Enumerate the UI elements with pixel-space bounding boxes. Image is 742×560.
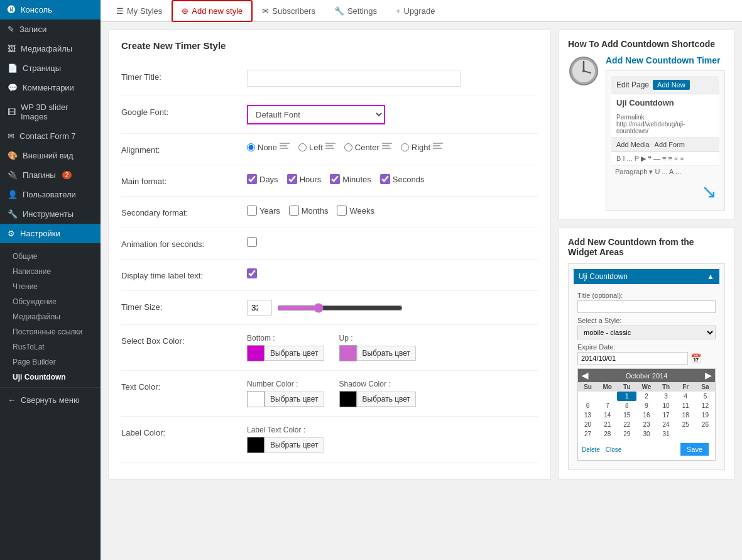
animation-checkbox[interactable] (247, 237, 257, 247)
timer-size-slider[interactable] (277, 303, 403, 313)
number-color-pick-button[interactable]: Выбрать цвет (265, 392, 324, 407)
cal-day-18[interactable]: 18 (676, 410, 696, 420)
main-format-days[interactable]: Days (247, 174, 278, 184)
add-media-label[interactable]: Add Media (616, 141, 650, 148)
cal-day-20[interactable]: 20 (578, 420, 597, 429)
cal-day-23[interactable]: 23 (636, 420, 656, 429)
secondary-format-cb-weeks[interactable] (337, 206, 347, 216)
cal-day-30[interactable]: 30 (636, 429, 656, 439)
cal-day-27[interactable]: 27 (578, 429, 597, 439)
timer-size-input[interactable] (247, 300, 272, 316)
add-form-label[interactable]: Add Form (655, 141, 685, 148)
alignment-option-left[interactable]: Left (298, 143, 336, 152)
alignment-option-none[interactable]: None (247, 143, 290, 152)
sidebar-sub-ujicountdown[interactable]: Uji Countdown (0, 370, 101, 385)
tab-addnew[interactable]: ⊕ Add new style (172, 0, 253, 22)
sidebar-sub-reading[interactable]: Чтение (0, 279, 101, 294)
alignment-radio-none[interactable] (247, 143, 255, 151)
sidebar-sub-rustolat[interactable]: RusToLat (0, 339, 101, 354)
google-font-select[interactable]: Default FontOpen SansRobotoLatoMontserra… (247, 105, 385, 124)
cal-day-31[interactable]: 31 (657, 429, 676, 439)
cal-next-button[interactable]: ▶ (705, 371, 711, 380)
main-format-cb-minutes[interactable] (330, 174, 340, 184)
bottom-color-pick-button[interactable]: Выбрать цвет (265, 346, 324, 361)
shadow-color-pick-button[interactable]: Выбрать цвет (357, 392, 417, 407)
display-label-checkbox[interactable] (247, 268, 257, 278)
cal-day-29[interactable]: 29 (617, 429, 636, 439)
sidebar-sub-media_sub[interactable]: Медиафайлы (0, 309, 101, 324)
widget-style-select[interactable]: mobile - classic (577, 326, 716, 339)
main-format-seconds[interactable]: Seconds (380, 174, 425, 184)
tab-settings[interactable]: 🔧 Settings (325, 0, 386, 22)
secondary-format-cb-months[interactable] (289, 206, 299, 216)
cal-day-11[interactable]: 11 (676, 401, 696, 410)
sidebar-item-settings[interactable]: ⚙ Настройки (0, 224, 101, 243)
add-new-btn[interactable]: Add New (653, 80, 690, 90)
cal-day-25[interactable]: 25 (676, 420, 696, 429)
timer-title-input[interactable] (247, 70, 461, 87)
cal-day-17[interactable]: 17 (657, 410, 676, 420)
cal-day-15[interactable]: 15 (617, 410, 636, 420)
cal-delete-link[interactable]: Delete (582, 446, 600, 453)
widget-date-input[interactable] (577, 352, 688, 365)
sidebar-item-comments[interactable]: 💬 Комментарии (0, 78, 101, 97)
sidebar-item-records[interactable]: ✎ Записи (0, 19, 101, 39)
cal-day-1[interactable]: 1 (617, 392, 636, 401)
alignment-option-right[interactable]: Right (401, 143, 443, 152)
cal-day-8[interactable]: 8 (617, 401, 636, 410)
tab-upgrade[interactable]: + Upgrade (386, 0, 444, 22)
cal-day-2[interactable]: 2 (636, 392, 656, 401)
sidebar-logo[interactable]: 🅦 Консоль (0, 0, 101, 19)
cal-day-19[interactable]: 19 (696, 410, 715, 420)
secondary-format-months[interactable]: Months (289, 206, 329, 216)
cal-day-24[interactable]: 24 (657, 420, 676, 429)
tab-subscribers[interactable]: ✉ Subscribers (253, 0, 325, 22)
cal-save-button[interactable]: Save (680, 443, 709, 456)
cal-day-16[interactable]: 16 (636, 410, 656, 420)
cal-day-22[interactable]: 22 (617, 420, 636, 429)
sidebar-item-plugins[interactable]: 🔌 Плагины 2 (0, 165, 101, 185)
main-format-cb-hours[interactable] (287, 174, 297, 184)
tab-mystyles[interactable]: ☰ My Styles (107, 0, 172, 22)
sidebar-sub-writing[interactable]: Написание (0, 264, 101, 279)
sidebar-item-users[interactable]: 👤 Пользователи (0, 185, 101, 204)
sidebar-item-pages[interactable]: 📄 Страницы (0, 58, 101, 78)
sidebar-item-contact[interactable]: ✉ Contact Form 7 (0, 126, 101, 146)
cal-day-12[interactable]: 12 (696, 401, 715, 410)
secondary-format-years[interactable]: Years (247, 206, 280, 216)
cal-close-link[interactable]: Close (606, 446, 622, 453)
sidebar-collapse[interactable]: ← Свернуть меню (0, 390, 101, 410)
sidebar-item-appearance[interactable]: 🎨 Внешний вид (0, 146, 101, 165)
main-format-minutes[interactable]: Minutes (330, 174, 371, 184)
howto-link[interactable]: Add New Countdown Timer (606, 55, 725, 65)
sidebar-item-slider[interactable]: 🎞 WP 3D slider Images (0, 97, 101, 126)
cal-day-21[interactable]: 21 (597, 420, 617, 429)
sidebar-sub-pagebuilder[interactable]: Page Builder (0, 354, 101, 370)
cal-day-28[interactable]: 28 (597, 429, 617, 439)
main-format-hours[interactable]: Hours (287, 174, 322, 184)
widget-title-input[interactable] (577, 300, 716, 313)
cal-day-4[interactable]: 4 (676, 392, 696, 401)
main-format-cb-seconds[interactable] (380, 174, 390, 184)
main-format-cb-days[interactable] (247, 174, 257, 184)
alignment-option-center[interactable]: Center (344, 143, 392, 152)
label-text-color-pick-button[interactable]: Выбрать цвет (265, 437, 324, 453)
secondary-format-cb-years[interactable] (247, 206, 257, 216)
cal-day-26[interactable]: 26 (696, 420, 715, 429)
cal-prev-button[interactable]: ◀ (582, 371, 588, 380)
cal-day-6[interactable]: 6 (578, 401, 597, 410)
up-color-pick-button[interactable]: Выбрать цвет (357, 346, 417, 361)
cal-day-5[interactable]: 5 (696, 392, 715, 401)
cal-day-7[interactable]: 7 (597, 401, 617, 410)
alignment-radio-left[interactable] (298, 143, 307, 151)
cal-day-3[interactable]: 3 (657, 392, 676, 401)
cal-day-14[interactable]: 14 (597, 410, 617, 420)
sidebar-sub-permalinks[interactable]: Постоянные ссылки (0, 324, 101, 339)
calendar-icon[interactable]: 📅 (690, 353, 701, 363)
cal-day-10[interactable]: 10 (657, 401, 676, 410)
sidebar-sub-discussion[interactable]: Обсуждение (0, 294, 101, 309)
sidebar-item-media[interactable]: 🖼 Медиафайлы (0, 39, 101, 58)
sidebar-sub-general[interactable]: Общие (0, 249, 101, 264)
alignment-radio-right[interactable] (401, 143, 409, 151)
sidebar-item-tools[interactable]: 🔧 Инструменты (0, 204, 101, 224)
